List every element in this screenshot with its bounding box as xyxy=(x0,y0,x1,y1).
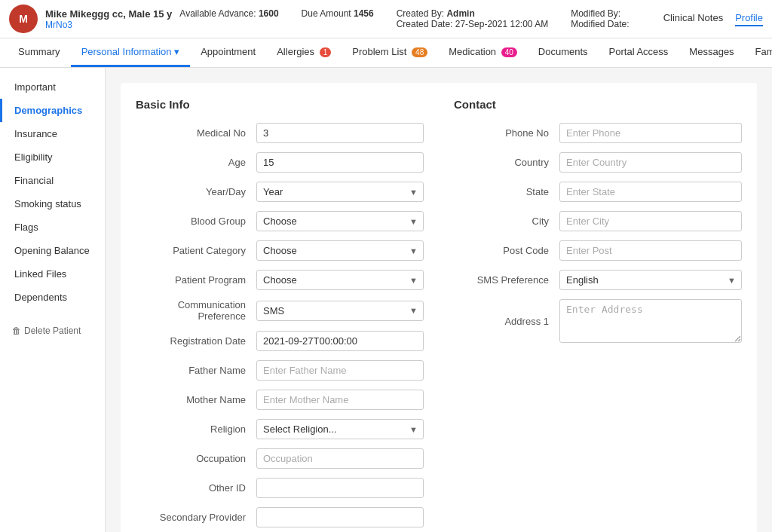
sms-preference-select[interactable]: English Spanish French xyxy=(559,270,742,290)
patient-category-select-wrapper: Choose ▼ xyxy=(256,240,424,261)
nav-tabs: Summary Personal Information ▾ Appointme… xyxy=(0,38,772,68)
age-row: Age xyxy=(136,152,424,173)
secondary-provider-input[interactable] xyxy=(256,507,424,527)
occupation-row: Occupation xyxy=(136,448,424,469)
dropdown-arrow: ▾ xyxy=(174,46,179,57)
address1-row: Address 1 xyxy=(454,299,742,343)
clinical-notes-link[interactable]: Clinical Notes xyxy=(663,12,723,26)
sidebar-item-eligibility[interactable]: Eligibility xyxy=(0,145,105,169)
father-name-input[interactable] xyxy=(256,360,424,381)
tab-personal-information[interactable]: Personal Information ▾ xyxy=(71,38,191,67)
age-input[interactable] xyxy=(256,152,424,173)
sidebar-item-opening-balance[interactable]: Opening Balance xyxy=(0,239,105,262)
medical-no-input[interactable] xyxy=(256,123,424,143)
tab-messages[interactable]: Messages xyxy=(679,38,744,67)
post-code-label: Post Code xyxy=(454,245,559,256)
contact-title: Contact xyxy=(454,98,742,111)
basic-info-title: Basic Info xyxy=(136,98,424,111)
patient-category-row: Patient Category Choose ▼ xyxy=(136,240,424,261)
tab-documents[interactable]: Documents xyxy=(528,38,599,67)
tab-portal-access[interactable]: Portal Access xyxy=(599,38,679,67)
address1-input[interactable] xyxy=(559,299,742,343)
sms-preference-label: SMS Preference xyxy=(454,274,559,286)
medication-badge: 40 xyxy=(501,47,517,57)
state-input[interactable] xyxy=(559,182,742,202)
communication-preference-select[interactable]: SMS Email Phone xyxy=(256,301,424,321)
father-name-label: Father Name xyxy=(136,365,256,376)
secondary-provider-label: Secondary Provider xyxy=(136,512,256,523)
year-day-label: Year/Day xyxy=(136,186,256,197)
communication-preference-select-wrapper: SMS Email Phone ▼ xyxy=(256,301,424,321)
sidebar-item-important[interactable]: Important xyxy=(0,75,105,99)
tab-appointment[interactable]: Appointment xyxy=(190,38,266,67)
patient-name: Mike Mikeggg cc, Male 15 y xyxy=(45,8,172,20)
state-row: State xyxy=(454,182,742,202)
due-amount: Due Amount 1456 xyxy=(302,8,374,29)
country-input[interactable] xyxy=(559,152,742,173)
phone-no-input[interactable] xyxy=(559,123,742,143)
year-day-row: Year/Day Year Day ▼ xyxy=(136,182,424,202)
state-label: State xyxy=(454,186,559,197)
sidebar-item-insurance[interactable]: Insurance xyxy=(0,122,105,145)
mother-name-row: Mother Name xyxy=(136,390,424,410)
available-advance: Available Advance: 1600 xyxy=(179,8,278,29)
tab-allergies[interactable]: Allergies 1 xyxy=(266,38,342,67)
secondary-provider-row: Secondary Provider xyxy=(136,507,424,527)
country-label: Country xyxy=(454,157,559,168)
tab-medication[interactable]: Medication 40 xyxy=(438,38,528,67)
country-row: Country xyxy=(454,152,742,173)
patient-program-select[interactable]: Choose xyxy=(256,270,424,290)
post-code-row: Post Code xyxy=(454,240,742,261)
sidebar-item-dependents[interactable]: Dependents xyxy=(0,286,105,309)
blood-group-select-wrapper: Choose A+A- B+B- O+O- AB+AB- ▼ xyxy=(256,211,424,231)
city-label: City xyxy=(454,216,559,227)
blood-group-row: Blood Group Choose A+A- B+B- O+O- AB+AB-… xyxy=(136,211,424,231)
registration-date-row: Registration Date xyxy=(136,331,424,351)
tab-family-history[interactable]: Family History xyxy=(745,38,772,67)
post-code-input[interactable] xyxy=(559,240,742,261)
religion-row: Religion Select Religion... ▼ xyxy=(136,419,424,439)
medical-no-label: Medical No xyxy=(136,127,256,139)
content-inner: Basic Info Medical No Age Year/Day xyxy=(121,83,757,532)
header: M Mike Mikeggg cc, Male 15 y MrNo3 Avail… xyxy=(0,0,772,38)
city-row: City xyxy=(454,211,742,231)
patient-category-label: Patient Category xyxy=(136,245,256,256)
blood-group-select[interactable]: Choose A+A- B+B- O+O- AB+AB- xyxy=(256,211,424,231)
problem-list-badge: 48 xyxy=(412,47,427,57)
sidebar-item-smoking-status[interactable]: Smoking status xyxy=(0,192,105,216)
mother-name-input[interactable] xyxy=(256,390,424,410)
communication-preference-row: Communication Preference SMS Email Phone… xyxy=(136,299,424,322)
sms-preference-select-wrapper: English Spanish French ▼ xyxy=(559,270,742,290)
sidebar: Important Demographics Insurance Eligibi… xyxy=(0,68,106,532)
delete-patient-button[interactable]: 🗑 Delete Patient xyxy=(0,316,105,345)
header-center: Available Advance: 1600 Due Amount 1456 … xyxy=(179,8,629,29)
header-left: M Mike Mikeggg cc, Male 15 y MrNo3 Avail… xyxy=(9,5,630,33)
city-input[interactable] xyxy=(559,211,742,231)
phone-no-label: Phone No xyxy=(454,127,559,139)
created-by: Created By: Admin Created Date: 27-Sep-2… xyxy=(397,8,548,29)
modified-by: Modified By: Modified Date: xyxy=(571,8,629,29)
year-day-select[interactable]: Year Day xyxy=(256,182,424,202)
sidebar-item-flags[interactable]: Flags xyxy=(0,216,105,239)
patient-id[interactable]: MrNo3 xyxy=(45,20,172,30)
patient-name-text: Mike Mikeggg cc xyxy=(45,8,123,20)
tab-summary[interactable]: Summary xyxy=(8,38,71,67)
patient-info-text: , Male 15 y xyxy=(123,8,172,20)
occupation-input[interactable] xyxy=(256,448,424,469)
registration-date-label: Registration Date xyxy=(136,335,256,347)
other-id-label: Other ID xyxy=(136,482,256,494)
profile-link[interactable]: Profile xyxy=(735,12,763,26)
sidebar-item-linked-files[interactable]: Linked Files xyxy=(0,262,105,286)
medical-no-row: Medical No xyxy=(136,123,424,143)
sidebar-item-financial[interactable]: Financial xyxy=(0,169,105,192)
tab-problem-list[interactable]: Problem List 48 xyxy=(342,38,438,67)
patient-program-label: Patient Program xyxy=(136,274,256,286)
patient-category-select[interactable]: Choose xyxy=(256,240,424,261)
registration-date-input[interactable] xyxy=(256,331,424,351)
other-id-row: Other ID xyxy=(136,478,424,498)
sidebar-item-demographics[interactable]: Demographics xyxy=(0,99,105,122)
patient-program-select-wrapper: Choose ▼ xyxy=(256,270,424,290)
patient-program-row: Patient Program Choose ▼ xyxy=(136,270,424,290)
religion-select[interactable]: Select Religion... xyxy=(256,419,424,439)
other-id-input[interactable] xyxy=(256,478,424,498)
